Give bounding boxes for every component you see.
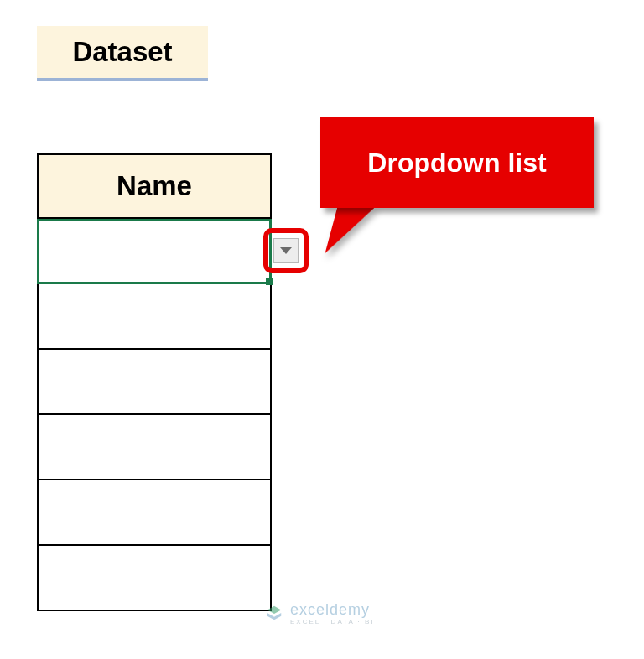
table-row[interactable] — [37, 415, 272, 480]
watermark-text: exceldemy EXCEL · DATA · BI — [290, 602, 375, 625]
table-row[interactable] — [37, 546, 272, 611]
dataset-title-text: Dataset — [72, 36, 172, 68]
table-row[interactable] — [37, 480, 272, 546]
callout-box: Dropdown list — [320, 117, 594, 208]
name-table: Name — [37, 153, 272, 611]
callout-label: Dropdown list — [367, 148, 546, 179]
table-row[interactable] — [37, 284, 272, 350]
dropdown-button[interactable] — [273, 238, 299, 263]
table-header-text: Name — [117, 170, 192, 202]
chevron-down-icon — [280, 247, 292, 254]
watermark: exceldemy EXCEL · DATA · BI — [265, 602, 375, 625]
watermark-brand: exceldemy — [290, 602, 375, 617]
watermark-tagline: EXCEL · DATA · BI — [290, 619, 375, 625]
callout-tail — [325, 207, 376, 253]
table-row[interactable] — [37, 350, 272, 415]
table-header-cell: Name — [37, 153, 272, 219]
table-row[interactable] — [37, 219, 272, 284]
dataset-title-cell: Dataset — [37, 26, 208, 81]
watermark-logo-icon — [265, 605, 283, 623]
callout-highlight-box — [263, 228, 309, 273]
